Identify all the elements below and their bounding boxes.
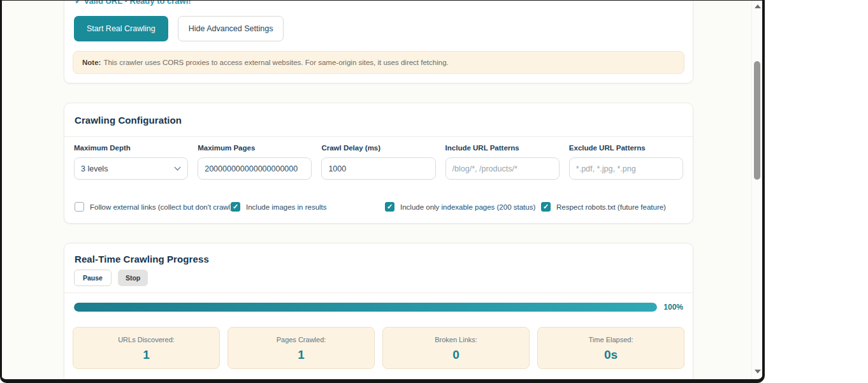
- include-images-label: Include images in results: [246, 203, 327, 211]
- stat-label: Time Elapsed:: [538, 336, 684, 343]
- config-section-title: Crawling Configuration: [75, 115, 182, 126]
- include-patterns-label: Include URL Patterns: [445, 144, 560, 152]
- max-pages-input[interactable]: [198, 157, 312, 180]
- urls-discovered-stat: URLs Discovered: 1: [73, 327, 220, 369]
- crawl-actions-row: Start Real Crawling Hide Advanced Settin…: [74, 16, 284, 41]
- max-pages-field: Maximum Pages: [198, 144, 312, 180]
- stat-label: Broken Links:: [383, 336, 529, 343]
- crawl-delay-field: Crawl Delay (ms): [321, 144, 435, 180]
- progress-bar-row: 100%: [74, 303, 683, 312]
- config-divider: [64, 136, 693, 137]
- progress-bar-fill: [74, 303, 657, 312]
- stat-value: 1: [228, 348, 374, 362]
- crawl-delay-label: Crawl Delay (ms): [321, 144, 435, 152]
- realtime-progress-card: Real-Time Crawling Progress Pause Stop 1…: [64, 243, 693, 383]
- follow-external-links-checkbox[interactable]: Follow external links (collect but don't…: [75, 202, 233, 212]
- stat-value: 0s: [538, 348, 684, 362]
- max-depth-selected-value: 3 levels: [81, 164, 108, 173]
- progress-divider: [64, 293, 693, 293]
- stat-label: Pages Crawled:: [228, 336, 374, 343]
- follow-external-links-label: Follow external links (collect but don't…: [90, 203, 233, 211]
- time-elapsed-stat: Time Elapsed: 0s: [537, 327, 684, 369]
- max-pages-label: Maximum Pages: [198, 144, 312, 152]
- start-crawling-button[interactable]: Start Real Crawling: [74, 16, 168, 41]
- include-images-checkbox[interactable]: Include images in results: [231, 202, 327, 212]
- indexable-pages-checkbox[interactable]: Include only indexable pages (200 status…: [385, 202, 535, 212]
- indexable-pages-label: Include only indexable pages (200 status…: [400, 203, 535, 211]
- config-fields-row: Maximum Depth 3 levels Maximum Pages Cra…: [74, 144, 683, 180]
- respect-robots-label: Respect robots.txt (future feature): [556, 203, 666, 211]
- note-text: This crawler uses CORS proxies to access…: [103, 59, 448, 66]
- respect-robots-checkbox[interactable]: Respect robots.txt (future feature): [541, 202, 666, 212]
- app-window: ✓ Valid URL - Ready to crawl! Start Real…: [0, 0, 765, 383]
- exclude-patterns-field: Exclude URL Patterns: [569, 144, 683, 180]
- stat-value: 1: [73, 348, 219, 362]
- include-patterns-input[interactable]: [445, 157, 560, 180]
- exclude-patterns-label: Exclude URL Patterns: [569, 144, 683, 152]
- url-valid-status: ✓ Valid URL - Ready to crawl!: [75, 0, 191, 6]
- cors-note-banner: Note:This crawler uses CORS proxies to a…: [73, 51, 684, 74]
- broken-links-stat: Broken Links: 0: [382, 327, 530, 369]
- crawl-delay-input[interactable]: [321, 157, 435, 180]
- checkbox-icon[interactable]: [231, 202, 240, 212]
- note-label: Note:: [82, 59, 101, 66]
- crawl-stats-row: URLs Discovered: 1 Pages Crawled: 1 Brok…: [73, 327, 684, 369]
- stat-value: 0: [383, 348, 529, 362]
- progress-percent-label: 100%: [663, 303, 683, 312]
- pause-button[interactable]: Pause: [74, 270, 112, 286]
- stop-button[interactable]: Stop: [118, 270, 148, 286]
- vertical-scrollbar[interactable]: [751, 1, 762, 379]
- progress-controls-row: Pause Stop: [74, 270, 148, 286]
- crawling-configuration-card: Crawling Configuration Maximum Depth 3 l…: [64, 103, 693, 224]
- hide-advanced-settings-button[interactable]: Hide Advanced Settings: [178, 16, 284, 41]
- scroll-down-icon[interactable]: [755, 370, 761, 373]
- checkbox-icon[interactable]: [541, 202, 551, 212]
- exclude-patterns-input[interactable]: [569, 157, 683, 180]
- checkbox-icon[interactable]: [385, 202, 394, 212]
- chevron-down-icon: [175, 164, 181, 171]
- stat-label: URLs Discovered:: [73, 336, 219, 343]
- checkbox-icon[interactable]: [75, 202, 84, 212]
- progress-bar-track: [74, 303, 657, 312]
- max-depth-label: Maximum Depth: [74, 144, 188, 152]
- include-patterns-field: Include URL Patterns: [445, 144, 560, 180]
- scroll-up-icon[interactable]: [755, 4, 761, 8]
- max-depth-field: Maximum Depth 3 levels: [74, 144, 188, 180]
- progress-section-title: Real-Time Crawling Progress: [75, 254, 209, 264]
- scrollbar-thumb[interactable]: [754, 61, 760, 180]
- max-depth-select[interactable]: 3 levels: [74, 157, 188, 180]
- crawl-start-card: ✓ Valid URL - Ready to crawl! Start Real…: [64, 0, 693, 83]
- pages-crawled-stat: Pages Crawled: 1: [228, 327, 375, 369]
